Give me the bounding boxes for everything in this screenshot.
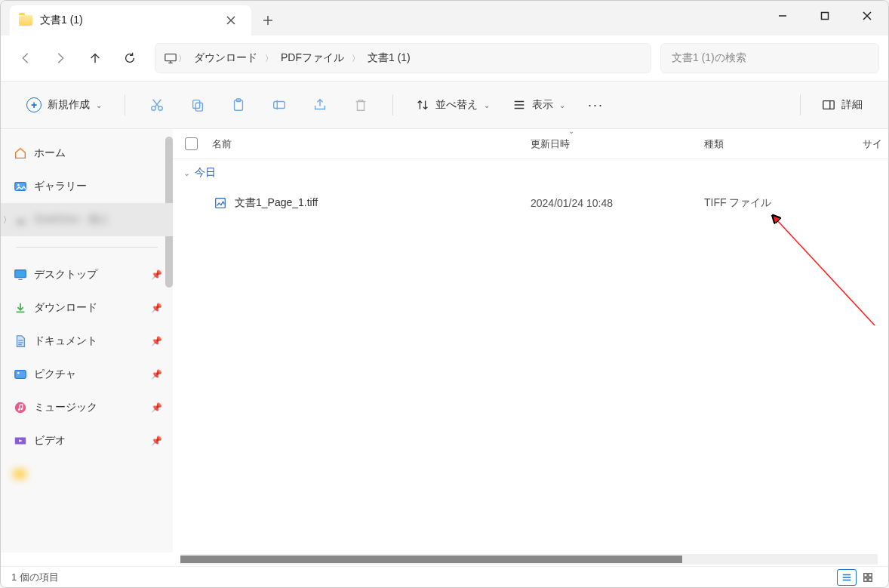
sort-button[interactable]: 並べ替え ⌄ [408,94,497,116]
view-button[interactable]: 表示 ⌄ [505,94,573,116]
pc-icon[interactable] [163,51,178,66]
svg-rect-23 [864,577,867,580]
delete-button[interactable] [344,88,377,122]
pin-icon[interactable]: 📌 [151,402,162,413]
refresh-button[interactable] [114,42,146,74]
view-label: 表示 [532,98,553,112]
window-controls [761,1,888,31]
pin-icon[interactable]: 📌 [151,436,162,446]
svg-point-14 [17,372,20,374]
new-tab-button[interactable] [251,5,285,35]
sidebar-label: ギャラリー [34,180,87,193]
sidebar-item-music[interactable]: ミュージック 📌 [1,391,173,424]
pin-icon[interactable]: 📌 [151,336,162,346]
chevron-right-icon[interactable]: 〉 [352,53,360,64]
folder-icon [19,15,32,26]
icons-view-toggle[interactable] [858,569,878,586]
breadcrumb[interactable]: 〉 ダウンロード 〉 PDFファイル 〉 文書1 (1) [155,43,651,73]
body: ホーム ギャラリー 〉 ☁ OneDrive - 個人 デスクトップ 📌 ダウン… [1,129,888,553]
chevron-right-icon[interactable]: 〉 [178,53,186,64]
image-file-icon [212,195,229,211]
separator [800,94,801,115]
new-button[interactable]: + 新規作成 ⌄ [19,93,109,117]
breadcrumb-item-downloads[interactable]: ダウンロード [186,51,265,65]
svg-rect-21 [864,573,867,576]
up-button[interactable] [79,42,111,74]
explorer-window: 文書1 (1) 〉 ダウンロード 〉 PDFファイル 〉 文書1 (1) [0,0,889,588]
group-label: 今日 [195,166,216,180]
tab-close-button[interactable] [220,9,242,32]
tab-active[interactable]: 文書1 (1) [10,5,251,35]
svg-point-16 [18,408,20,411]
chevron-right-icon[interactable]: 〉 [265,53,273,64]
sidebar-label: ダウンロード [34,301,97,315]
copy-button[interactable] [181,88,214,122]
svg-rect-22 [869,573,872,576]
sidebar-label: ビデオ [34,434,66,448]
sidebar-label: ホーム [34,146,66,160]
sidebar-item-documents[interactable]: ドキュメント 📌 [1,325,173,358]
close-window-button[interactable] [846,1,888,31]
sidebar-item-pictures[interactable]: ピクチャ 📌 [1,358,173,391]
sidebar-label: ピクチャ [34,368,76,381]
sidebar-item-gallery[interactable]: ギャラリー [1,170,173,203]
pin-icon[interactable]: 📌 [151,269,162,280]
svg-line-20 [777,220,875,325]
maximize-button[interactable] [804,1,846,31]
folder-icon [13,469,26,479]
rename-button[interactable] [263,88,296,122]
back-button[interactable] [10,42,42,74]
select-all-checkbox[interactable] [185,137,212,150]
group-today[interactable]: ⌄ 今日 [173,159,888,186]
search-placeholder: 文書1 (1)の検索 [672,51,746,65]
column-name[interactable]: 名前 [212,137,531,151]
cloud-icon: ☁ [13,212,28,227]
column-size[interactable]: サイ [863,137,888,151]
svg-rect-13 [15,371,26,379]
sidebar-label: ドキュメント [34,334,97,348]
column-type[interactable]: 種類 [704,137,863,151]
sidebar-item-hidden[interactable]: 〉 ☁ OneDrive - 個人 [1,203,173,236]
svg-rect-12 [15,270,26,278]
chevron-down-icon: ⌄ [559,101,565,109]
pictures-icon [13,367,28,382]
item-count: 1 個の項目 [11,571,59,584]
share-button[interactable] [303,88,337,122]
details-label: 詳細 [841,98,863,112]
navbar: 〉 ダウンロード 〉 PDFファイル 〉 文書1 (1) 文書1 (1)の検索 [1,35,888,81]
breadcrumb-item-current[interactable]: 文書1 (1) [360,51,418,65]
svg-point-15 [15,402,26,413]
command-toolbar: + 新規作成 ⌄ 並べ替え ⌄ 表示 ⌄ ··· 詳細 [1,81,888,129]
download-icon [13,300,28,316]
sidebar-item-videos[interactable]: ビデオ 📌 [1,424,173,457]
svg-point-11 [17,184,20,186]
breadcrumb-item-pdf[interactable]: PDFファイル [273,51,352,65]
sidebar-label: ミュージック [34,401,97,414]
svg-rect-5 [195,103,202,111]
more-button[interactable]: ··· [580,93,611,118]
svg-point-17 [20,408,23,410]
file-row[interactable]: 文書1_Page_1.tiff 2024/01/24 10:48 TIFF ファ… [173,186,888,220]
search-input[interactable]: 文書1 (1)の検索 [660,43,879,73]
gallery-icon [13,179,28,194]
cut-button[interactable] [140,88,174,122]
column-date[interactable]: ⌄ 更新日時 [531,137,704,151]
minimize-button[interactable] [761,1,804,31]
svg-rect-0 [822,13,829,20]
plus-circle-icon: + [26,97,42,112]
horizontal-scrollbar[interactable] [1,553,888,566]
details-view-toggle[interactable] [837,569,857,586]
sidebar-item-desktop[interactable]: デスクトップ 📌 [1,258,173,291]
forward-button[interactable] [45,42,76,74]
annotation-arrow [769,212,882,333]
sidebar-item-downloads[interactable]: ダウンロード 📌 [1,291,173,325]
pin-icon[interactable]: 📌 [151,303,162,313]
pin-icon[interactable]: 📌 [151,369,162,380]
details-pane-button[interactable]: 詳細 [814,94,870,116]
svg-rect-8 [274,101,285,108]
paste-button[interactable] [222,88,255,122]
sidebar-item-home[interactable]: ホーム [1,137,173,170]
svg-rect-1 [165,54,176,61]
file-name: 文書1_Page_1.tiff [235,196,531,210]
sidebar-item-blurred[interactable] [1,457,173,491]
